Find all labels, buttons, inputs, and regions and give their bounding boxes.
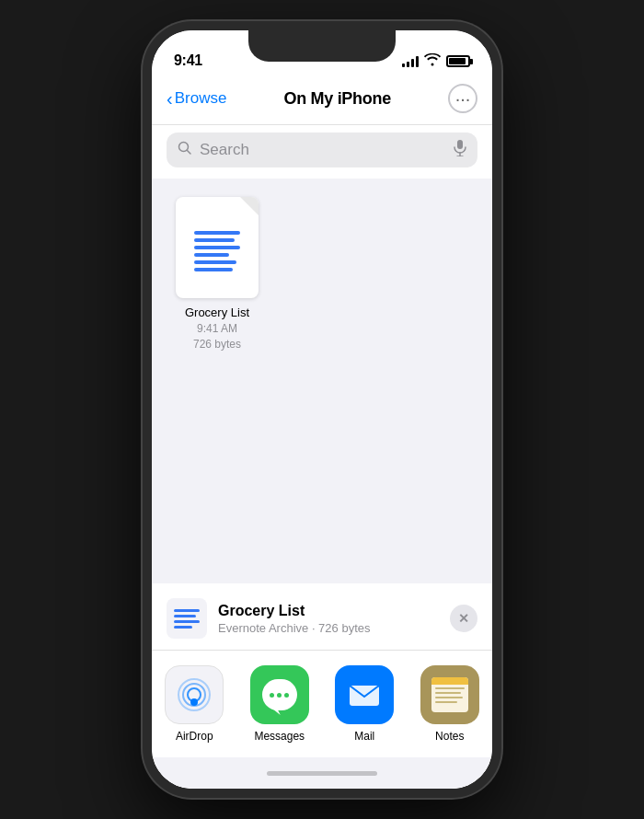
airdrop-icon bbox=[165, 665, 224, 724]
messages-icon bbox=[250, 665, 309, 724]
notch bbox=[248, 30, 396, 62]
power-button[interactable] bbox=[500, 182, 501, 237]
back-button[interactable]: ‹ Browse bbox=[167, 89, 226, 108]
more-icon: ··· bbox=[455, 88, 471, 110]
share-sheet: Grocery List Evernote Archive · 726 byte… bbox=[152, 583, 492, 789]
file-name: Grocery List bbox=[185, 306, 249, 319]
file-corner bbox=[240, 197, 259, 215]
share-filename: Grocery List bbox=[218, 603, 450, 619]
battery-icon bbox=[446, 55, 470, 67]
search-bar[interactable]: Search bbox=[167, 133, 477, 167]
back-label: Browse bbox=[175, 89, 227, 108]
file-content bbox=[187, 224, 247, 279]
search-icon bbox=[178, 141, 192, 159]
close-icon: ✕ bbox=[458, 611, 469, 626]
mail-label: Mail bbox=[354, 730, 374, 743]
share-header: Grocery List Evernote Archive · 726 byte… bbox=[152, 583, 492, 651]
share-meta: Evernote Archive · 726 bytes bbox=[218, 621, 450, 635]
wifi-icon bbox=[424, 53, 441, 69]
share-app-notes[interactable]: Notes bbox=[408, 665, 493, 743]
messages-bubble bbox=[262, 679, 297, 710]
file-item[interactable]: Grocery List 9:41 AM 726 bytes bbox=[167, 197, 268, 352]
share-app-messages[interactable]: Messages bbox=[237, 665, 323, 743]
page-title: On My iPhone bbox=[283, 89, 390, 109]
search-placeholder: Search bbox=[200, 141, 446, 159]
share-app-airdrop[interactable]: AirDrop bbox=[152, 665, 237, 743]
phone-frame: 9:41 ‹ bbox=[143, 21, 501, 798]
home-bar bbox=[267, 771, 377, 776]
signal-icon bbox=[402, 56, 419, 67]
messages-dots bbox=[270, 693, 289, 698]
share-apps-row: AirDrop Messages bbox=[152, 651, 492, 757]
share-file-lines bbox=[174, 609, 200, 629]
screen: 9:41 ‹ bbox=[152, 30, 492, 789]
volume-down-button[interactable] bbox=[143, 205, 144, 238]
volume-up-button[interactable] bbox=[143, 159, 144, 192]
back-chevron-icon: ‹ bbox=[167, 89, 173, 108]
mail-svg bbox=[344, 675, 385, 715]
file-meta: 9:41 AM 726 bytes bbox=[193, 321, 241, 352]
status-time: 9:41 bbox=[174, 52, 202, 69]
share-file-icon bbox=[167, 598, 207, 639]
notes-header-bar bbox=[431, 677, 468, 685]
notes-pad bbox=[431, 677, 468, 712]
airdrop-rings bbox=[178, 678, 211, 711]
more-button[interactable]: ··· bbox=[448, 84, 477, 113]
svg-rect-1 bbox=[457, 140, 463, 149]
share-close-button[interactable]: ✕ bbox=[450, 605, 477, 632]
notes-lines bbox=[431, 685, 468, 706]
messages-label: Messages bbox=[254, 730, 305, 743]
nav-header: ‹ Browse On My iPhone ··· bbox=[152, 76, 492, 125]
notes-icon bbox=[420, 665, 479, 724]
mic-icon bbox=[454, 140, 466, 161]
file-icon bbox=[176, 197, 259, 298]
file-size: 726 bytes bbox=[193, 337, 241, 352]
share-app-mail[interactable]: Mail bbox=[322, 665, 408, 743]
search-container: Search bbox=[152, 125, 492, 179]
notes-label: Notes bbox=[435, 730, 464, 743]
airdrop-label: AirDrop bbox=[176, 730, 213, 743]
mail-icon bbox=[335, 665, 394, 724]
status-icons bbox=[402, 53, 470, 69]
file-time: 9:41 AM bbox=[193, 321, 241, 337]
share-info: Grocery List Evernote Archive · 726 byte… bbox=[218, 603, 450, 635]
home-indicator bbox=[152, 757, 492, 789]
